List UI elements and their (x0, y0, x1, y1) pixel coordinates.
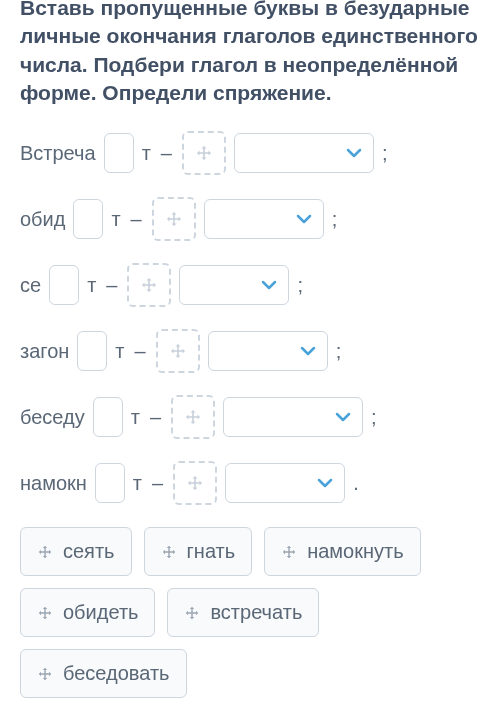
move-icon (165, 210, 183, 228)
word-suffix: т (115, 340, 124, 363)
word-prefix: се (20, 274, 41, 297)
dash: – (106, 274, 117, 297)
letter-input[interactable] (93, 397, 123, 437)
chevron-down-icon (334, 408, 352, 426)
bank-item[interactable]: гнать (144, 527, 253, 576)
dash: – (135, 340, 146, 363)
exercise-row: загонт–; (20, 329, 480, 373)
row-punct: ; (382, 142, 388, 165)
bank-item[interactable]: намокнуть (264, 527, 420, 576)
conjugation-select[interactable] (223, 397, 363, 437)
exercise-row: Встречат–; (20, 131, 480, 175)
drop-target[interactable] (182, 131, 226, 175)
move-icon (186, 474, 204, 492)
exercise-row: намокнт–. (20, 461, 480, 505)
exercise-row: обидт–; (20, 197, 480, 241)
letter-input[interactable] (95, 463, 125, 503)
drop-target[interactable] (156, 329, 200, 373)
bank-item[interactable]: обидеть (20, 588, 155, 637)
move-icon (184, 408, 202, 426)
bank-item[interactable]: сеять (20, 527, 132, 576)
move-icon (169, 342, 187, 360)
word-suffix: т (111, 208, 120, 231)
dash: – (150, 406, 161, 429)
move-icon (37, 544, 53, 560)
bank-item-label: встречать (210, 601, 302, 624)
row-punct: . (353, 472, 359, 495)
row-punct: ; (336, 340, 342, 363)
word-suffix: т (133, 472, 142, 495)
move-icon (37, 666, 53, 682)
bank-item[interactable]: встречать (167, 588, 319, 637)
bank-item-label: беседовать (63, 662, 170, 685)
drop-target[interactable] (171, 395, 215, 439)
dash: – (152, 472, 163, 495)
dash: – (131, 208, 142, 231)
word-prefix: беседу (20, 406, 85, 429)
conjugation-select[interactable] (204, 199, 324, 239)
conjugation-select[interactable] (208, 331, 328, 371)
chevron-down-icon (299, 342, 317, 360)
bank-item[interactable]: беседовать (20, 649, 187, 698)
word-prefix: Встреча (20, 142, 96, 165)
exercise-row: беседут–; (20, 395, 480, 439)
row-punct: ; (297, 274, 303, 297)
word-suffix: т (131, 406, 140, 429)
word-suffix: т (87, 274, 96, 297)
move-icon (281, 544, 297, 560)
exercise-row: сет–; (20, 263, 480, 307)
letter-input[interactable] (77, 331, 107, 371)
conjugation-select[interactable] (179, 265, 289, 305)
move-icon (37, 605, 53, 621)
move-icon (140, 276, 158, 294)
instructions-text: Вставь пропущенные буквы в безударные ли… (20, 0, 480, 107)
chevron-down-icon (316, 474, 334, 492)
move-icon (195, 144, 213, 162)
drop-target[interactable] (173, 461, 217, 505)
chevron-down-icon (295, 210, 313, 228)
word-prefix: намокн (20, 472, 87, 495)
conjugation-select[interactable] (234, 133, 374, 173)
chevron-down-icon (260, 276, 278, 294)
letter-input[interactable] (49, 265, 79, 305)
word-prefix: загон (20, 340, 69, 363)
row-punct: ; (371, 406, 377, 429)
word-suffix: т (142, 142, 151, 165)
letter-input[interactable] (104, 133, 134, 173)
bank-item-label: обидеть (63, 601, 138, 624)
drop-target[interactable] (127, 263, 171, 307)
move-icon (161, 544, 177, 560)
bank-item-label: гнать (187, 540, 236, 563)
dash: – (161, 142, 172, 165)
word-prefix: обид (20, 208, 65, 231)
row-punct: ; (332, 208, 338, 231)
chevron-down-icon (345, 144, 363, 162)
conjugation-select[interactable] (225, 463, 345, 503)
word-bank: сеятьгнатьнамокнутьобидетьвстречатьбесед… (20, 527, 480, 698)
bank-item-label: сеять (63, 540, 115, 563)
bank-item-label: намокнуть (307, 540, 403, 563)
exercise-rows: Встречат–;обидт–;сет–;загонт–;беседут–;н… (20, 131, 480, 505)
move-icon (184, 605, 200, 621)
drop-target[interactable] (152, 197, 196, 241)
letter-input[interactable] (73, 199, 103, 239)
